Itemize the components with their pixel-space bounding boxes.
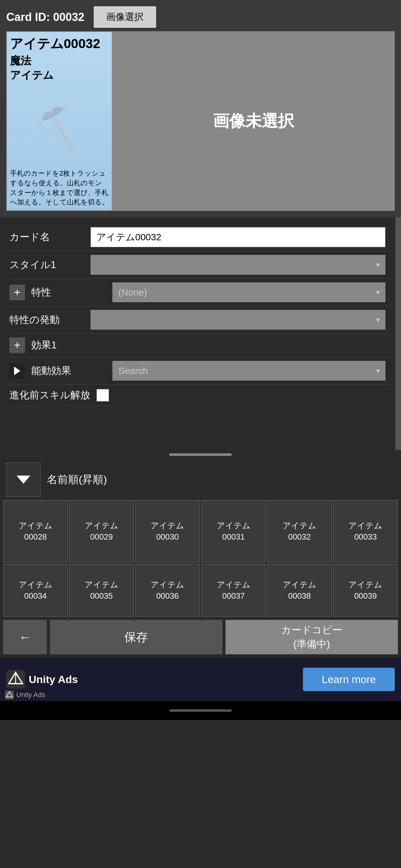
form-row-trait: + 特性 (None) ▼ (9, 279, 392, 306)
form-row-style1: スタイル1 ▼ (9, 251, 392, 279)
top-section: Card ID: 00032 画像選択 アイテム00032 魔法 アイテム (0, 0, 401, 217)
unity-logo-area: Unity Ads (6, 670, 78, 689)
scrollbar-track[interactable] (395, 217, 401, 450)
save-button[interactable]: 保存 (50, 620, 222, 654)
drag-handle-icon (169, 453, 232, 456)
card-grid-section: アイテム00028 アイテム00029 アイテム00030 アイテム00031 … (0, 500, 401, 617)
card-type1: 魔法 (10, 54, 109, 68)
form-row-effect1: + 効果1 (9, 334, 392, 357)
trait-trigger-select-wrapper: ▼ (91, 310, 386, 330)
trait-select[interactable]: (None) (112, 282, 386, 302)
card-id-row: Card ID: 00032 画像選択 (6, 6, 156, 28)
form-row-active-effect: 能動効果 Search ▼ (9, 357, 392, 384)
grid-item-00033[interactable]: アイテム00033 (333, 500, 398, 562)
card-id-label: Card ID: 00032 (6, 11, 84, 24)
ad-banner: Unity Ads Learn more Unity Ads (0, 657, 401, 701)
effect1-label: 効果1 (31, 338, 106, 352)
grid-item-00035[interactable]: アイテム00035 (69, 564, 134, 617)
active-effect-select-wrapper: Search ▼ (112, 361, 386, 380)
home-indicator (169, 709, 232, 712)
evolution-checkbox[interactable] (97, 389, 109, 402)
grid-item-00034[interactable]: アイテム00034 (3, 564, 68, 617)
evolution-label: 進化前スキル解放 (9, 389, 90, 402)
card-type2: アイテム (10, 68, 109, 83)
card-preview: アイテム00032 魔法 アイテム (6, 31, 112, 211)
form-spacer (9, 406, 392, 444)
bottom-bar: ← 保存 カードコピー (準備中) (0, 617, 401, 657)
grid-item-00030[interactable]: アイテム00030 (135, 500, 200, 562)
card-grid: アイテム00028 アイテム00029 アイテム00030 アイテム00031 … (3, 500, 398, 617)
card-title: アイテム00032 (10, 35, 109, 53)
active-effect-label: 能動効果 (31, 364, 106, 378)
unity-ads-small-text: Unity Ads (16, 691, 45, 699)
image-select-button[interactable]: 画像選択 (94, 6, 156, 28)
sort-bar: 名前順(昇順) (0, 459, 401, 500)
sort-dropdown-button[interactable] (6, 462, 41, 497)
unity-small-logo-icon (5, 690, 14, 699)
form-row-card-name: カード名 (9, 223, 392, 251)
grid-item-00032[interactable]: アイテム00032 (267, 500, 332, 562)
style1-select-wrapper: ▼ (91, 255, 386, 275)
sort-dropdown-arrow-icon (16, 475, 30, 484)
pickaxe-icon (28, 91, 91, 160)
trait-plus-button[interactable]: + (9, 285, 25, 300)
trait-label: 特性 (31, 286, 106, 299)
card-copy-button[interactable]: カードコピー (準備中) (226, 620, 398, 654)
style1-label: スタイル1 (9, 258, 84, 272)
image-unselected-text: 画像未選択 (213, 110, 294, 132)
unity-ads-small-row: Unity Ads (5, 690, 45, 699)
grid-item-00037[interactable]: アイテム00037 (201, 564, 266, 617)
grid-item-00038[interactable]: アイテム00038 (267, 564, 332, 617)
play-icon (14, 367, 20, 375)
unity-logo-icon (6, 670, 25, 689)
home-bar (0, 701, 401, 720)
image-unselected-area: 画像未選択 (112, 31, 395, 211)
card-image-area (10, 85, 109, 166)
form-section: カード名 スタイル1 ▼ + 特性 (None) ▼ 特性の発動 ▼ (0, 217, 401, 450)
unity-ads-text: Unity Ads (29, 673, 78, 685)
active-effect-select[interactable]: Search (112, 361, 386, 380)
trait-trigger-label: 特性の発動 (9, 313, 84, 327)
card-description: 手札のカードを2枚トラッシュするなら使える。山札のモンスターから１枚まで選び、手… (10, 169, 109, 207)
effect1-plus-button[interactable]: + (9, 337, 25, 353)
learn-more-button[interactable]: Learn more (303, 668, 395, 691)
sort-label: 名前順(昇順) (47, 472, 107, 487)
grid-item-00039[interactable]: アイテム00039 (333, 564, 398, 617)
grid-item-00031[interactable]: アイテム00031 (201, 500, 266, 562)
card-preview-wrapper: アイテム00032 魔法 アイテム (6, 31, 395, 211)
trait-select-wrapper: (None) ▼ (112, 282, 386, 302)
card-name-label: カード名 (9, 230, 84, 244)
style1-select[interactable] (91, 255, 386, 275)
drag-divider[interactable] (0, 450, 401, 459)
grid-item-00028[interactable]: アイテム00028 (3, 500, 68, 562)
grid-item-00029[interactable]: アイテム00029 (69, 500, 134, 562)
back-button[interactable]: ← (3, 620, 47, 654)
svg-rect-0 (52, 117, 76, 154)
form-row-evolution: 進化前スキル解放 (9, 384, 392, 406)
active-effect-play-button[interactable] (9, 363, 25, 379)
card-name-input[interactable] (91, 227, 386, 247)
form-row-trait-trigger: 特性の発動 ▼ (9, 306, 392, 334)
trait-trigger-select[interactable] (91, 310, 386, 330)
grid-item-00036[interactable]: アイテム00036 (135, 564, 200, 617)
